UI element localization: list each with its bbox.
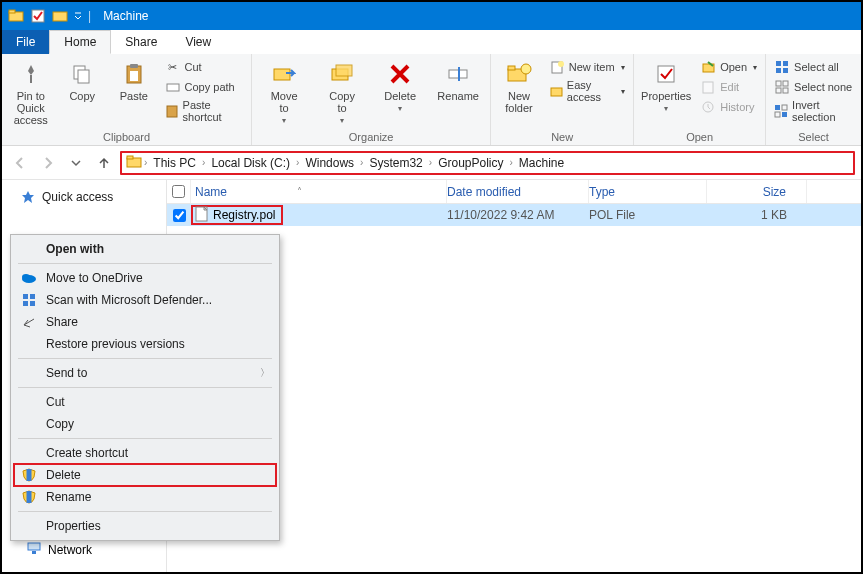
address-bar[interactable]: › This PC › Local Disk (C:) › Windows › … <box>120 151 855 175</box>
chevron-down-icon: ▾ <box>398 104 402 113</box>
column-headers: Name˄ Date modified Type Size <box>167 180 861 204</box>
svg-rect-9 <box>130 71 138 81</box>
ctx-move-onedrive[interactable]: Move to OneDrive <box>14 267 276 289</box>
svg-rect-11 <box>167 106 177 117</box>
ctx-properties[interactable]: Properties <box>14 515 276 537</box>
new-item-icon <box>549 59 565 75</box>
qat-properties-icon[interactable] <box>28 6 48 26</box>
column-type[interactable]: Type <box>589 180 707 203</box>
chevron-right-icon[interactable]: › <box>510 157 513 168</box>
svg-rect-14 <box>336 65 352 76</box>
ctx-cut[interactable]: Cut <box>14 391 276 413</box>
qat-drop-icon[interactable] <box>50 6 70 26</box>
file-checkbox[interactable] <box>173 209 186 222</box>
move-to-button[interactable]: Move to ▾ <box>258 58 310 125</box>
copy-button[interactable]: Copy <box>60 58 106 102</box>
chevron-right-icon[interactable]: › <box>360 157 363 168</box>
pin-quick-access-button[interactable]: Pin to Quick access <box>8 58 54 126</box>
new-folder-button[interactable]: New folder <box>497 58 541 114</box>
svg-rect-29 <box>776 68 781 73</box>
chevron-right-icon[interactable]: › <box>429 157 432 168</box>
svg-rect-1 <box>9 10 15 13</box>
ctx-rename[interactable]: Rename <box>14 486 276 508</box>
ctx-create-shortcut[interactable]: Create shortcut <box>14 442 276 464</box>
quick-access-label: Quick access <box>42 190 113 204</box>
network-icon <box>26 540 42 559</box>
chevron-down-icon: ▾ <box>340 116 344 125</box>
file-row[interactable]: Registry.pol 11/10/2022 9:42 AM POL File… <box>167 204 861 226</box>
tab-home[interactable]: Home <box>49 30 111 54</box>
open-group-label: Open <box>640 131 759 143</box>
copy-to-button[interactable]: Copy to ▾ <box>316 58 368 125</box>
crumb-grouppolicy[interactable]: GroupPolicy <box>434 156 507 170</box>
column-name[interactable]: Name˄ <box>191 180 447 203</box>
qat-dropdown-icon[interactable] <box>72 6 84 26</box>
copy-label: Copy <box>69 90 95 102</box>
easy-access-button[interactable]: Easy access▾ <box>547 78 627 104</box>
select-all-checkbox[interactable] <box>172 185 185 198</box>
crumb-this-pc[interactable]: This PC <box>149 156 200 170</box>
svg-point-45 <box>22 274 30 280</box>
delete-button[interactable]: Delete ▾ <box>374 58 426 113</box>
sidebar-item-network[interactable]: Network <box>26 540 92 559</box>
rename-button[interactable]: Rename <box>432 58 484 102</box>
chevron-down-icon: ▾ <box>282 116 286 125</box>
move-to-icon <box>270 60 298 88</box>
ctx-share[interactable]: Share <box>14 311 276 333</box>
column-date[interactable]: Date modified <box>447 180 589 203</box>
menu-separator <box>18 387 272 388</box>
ribbon: Pin to Quick access Copy Paste ✂Cut Copy… <box>2 54 861 146</box>
file-name: Registry.pol <box>213 208 275 222</box>
paste-shortcut-button[interactable]: Paste shortcut <box>163 98 246 124</box>
history-button[interactable]: History <box>698 98 759 116</box>
ribbon-tabs: File Home Share View <box>2 30 861 54</box>
svg-rect-43 <box>32 551 36 554</box>
ribbon-group-open: Properties ▾ Open▾ Edit History Open <box>634 54 766 145</box>
invert-selection-button[interactable]: Invert selection <box>772 98 855 124</box>
nav-back-button[interactable] <box>8 151 32 175</box>
select-all-button[interactable]: Select all <box>772 58 855 76</box>
chevron-down-icon: ▾ <box>621 87 625 96</box>
ctx-copy[interactable]: Copy <box>14 413 276 435</box>
copy-path-button[interactable]: Copy path <box>163 78 246 96</box>
svg-rect-31 <box>776 81 781 86</box>
tab-share[interactable]: Share <box>111 30 171 54</box>
tab-view[interactable]: View <box>171 30 225 54</box>
chevron-right-icon[interactable]: › <box>202 157 205 168</box>
sidebar-item-quick-access[interactable]: Quick access <box>2 186 166 208</box>
crumb-windows[interactable]: Windows <box>301 156 358 170</box>
select-group-label: Select <box>772 131 855 143</box>
edit-button[interactable]: Edit <box>698 78 759 96</box>
crumb-machine[interactable]: Machine <box>515 156 568 170</box>
ctx-restore-versions[interactable]: Restore previous versions <box>14 333 276 355</box>
svg-rect-23 <box>658 66 674 82</box>
properties-button[interactable]: Properties ▾ <box>640 58 692 113</box>
edit-icon <box>700 79 716 95</box>
svg-rect-12 <box>274 69 290 80</box>
file-date: 11/10/2022 9:42 AM <box>447 208 589 222</box>
nav-recent-button[interactable] <box>64 151 88 175</box>
ctx-open-with[interactable]: Open with <box>14 238 276 260</box>
tab-file[interactable]: File <box>2 30 49 54</box>
crumb-local-disk[interactable]: Local Disk (C:) <box>207 156 294 170</box>
select-none-button[interactable]: Select none <box>772 78 855 96</box>
open-button[interactable]: Open▾ <box>698 58 759 76</box>
file-type: POL File <box>589 208 707 222</box>
ctx-send-to[interactable]: Send to〉 <box>14 362 276 384</box>
easy-access-icon <box>549 83 563 99</box>
copy-icon <box>68 60 96 88</box>
cut-button[interactable]: ✂Cut <box>163 58 246 76</box>
history-icon <box>700 99 716 115</box>
svg-rect-48 <box>23 301 28 306</box>
column-size[interactable]: Size <box>707 180 807 203</box>
nav-forward-button[interactable] <box>36 151 60 175</box>
chevron-right-icon[interactable]: › <box>296 157 299 168</box>
ctx-scan-defender[interactable]: Scan with Microsoft Defender... <box>14 289 276 311</box>
chevron-right-icon[interactable]: › <box>144 157 147 168</box>
nav-up-button[interactable] <box>92 151 116 175</box>
paste-button[interactable]: Paste <box>111 58 157 102</box>
crumb-system32[interactable]: System32 <box>365 156 426 170</box>
svg-rect-6 <box>78 70 89 83</box>
new-item-button[interactable]: New item▾ <box>547 58 627 76</box>
ctx-delete[interactable]: Delete <box>14 464 276 486</box>
